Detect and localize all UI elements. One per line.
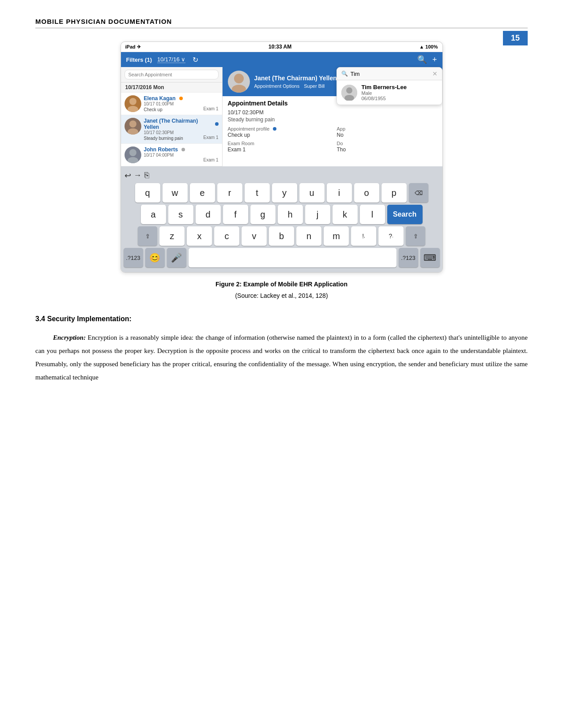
avatar [125, 146, 141, 163]
key-p[interactable]: p [382, 183, 407, 203]
date-picker[interactable]: 10/17/16 ∨ [157, 56, 185, 63]
appointment-item[interactable]: Elena Kagan 10/17 01:00PM Check up Exam … [121, 93, 222, 115]
svg-point-7 [232, 85, 246, 93]
appointment-item[interactable]: John Roberts 10/17 04:00PM Exam 1 [121, 144, 222, 166]
exam-badge: Exam 1 [204, 158, 219, 162]
redo-button[interactable]: → [134, 171, 142, 180]
shift-left-key[interactable]: ⇧ [138, 226, 157, 246]
key-v[interactable]: v [242, 226, 267, 246]
appointment-item[interactable]: Janet (The Chairman) Yellen 10/17 02:30P… [121, 115, 222, 144]
key-n[interactable]: n [296, 226, 321, 246]
key-w[interactable]: w [162, 183, 188, 203]
key-c[interactable]: c [214, 226, 239, 246]
undo-button[interactable]: ↩ [125, 171, 131, 180]
search-overlay-icon: 🔍 [341, 71, 348, 77]
copy-button[interactable]: ⎘ [144, 171, 149, 180]
add-appointment-button[interactable]: + [432, 55, 437, 64]
key-m[interactable]: m [324, 226, 349, 246]
key-i[interactable]: i [327, 183, 352, 203]
search-key[interactable]: Search [387, 205, 423, 224]
numeric-key-right[interactable]: .?123 [399, 248, 418, 267]
patient-full-name: Janet (The Chairman) Yellen [254, 75, 337, 82]
svg-point-3 [128, 128, 138, 135]
clear-search-button[interactable]: ✕ [432, 70, 438, 77]
key-a[interactable]: a [141, 205, 166, 224]
appointment-actions: Appointment Options Super Bill [254, 83, 337, 89]
key-b[interactable]: b [269, 226, 294, 246]
field2-label: App [337, 126, 437, 131]
appointment-time: 10/17 02:30PM [144, 130, 219, 135]
avatar [125, 95, 141, 112]
exam-room-label: Exam Room [228, 141, 328, 146]
key-exclaim-comma[interactable]: !, [351, 226, 376, 246]
details-row-2: Exam Room Exam 1 Do Tho [228, 141, 437, 153]
result-patient-name: Tim Berners-Lee [362, 84, 407, 90]
search-overlay: 🔍 ✕ Tim Berners-Le [336, 67, 442, 105]
field4: Do Tho [337, 141, 437, 153]
key-e[interactable]: e [190, 183, 215, 203]
search-result-item[interactable]: Tim Berners-Lee Male 06/08/1955 [337, 80, 442, 105]
patient-name: Janet (The Chairman) Yellen [144, 118, 212, 130]
figure-source: (Source: Lackey et al., 2014, 128) [35, 292, 528, 299]
exam-room-value: Exam 1 [228, 146, 328, 153]
filters-button[interactable]: Filters (1) [126, 56, 152, 63]
key-f[interactable]: f [223, 205, 248, 224]
appointment-time: 10/17 04:00PM [144, 153, 219, 158]
emoji-key[interactable]: 😊 [145, 248, 165, 267]
svg-point-4 [129, 149, 136, 156]
patient-search-input[interactable] [351, 71, 430, 77]
key-o[interactable]: o [354, 183, 379, 203]
search-icon[interactable]: 🔍 [417, 55, 427, 64]
field4-label: Do [337, 141, 437, 146]
mic-key[interactable]: 🎤 [167, 248, 186, 267]
key-h[interactable]: h [278, 205, 303, 224]
svg-point-9 [346, 87, 352, 94]
keyboard-toolbar: ↩ → ⎘ [124, 169, 440, 183]
keyboard-row-1: q w e r t y u i o p ⌫ [124, 183, 440, 203]
keyboard-dismiss-key[interactable]: ⌨ [420, 248, 440, 267]
shift-right-key[interactable]: ⇧ [406, 226, 425, 246]
details-body: Appointment Details 10/17 02:30PM Steady… [223, 96, 442, 159]
appointments-panel: 10/17/2016 Mon Elena Kagan [121, 67, 223, 166]
nav-bar: Filters (1) 10/17/16 ∨ ↻ 🔍 + [121, 52, 442, 67]
svg-point-2 [129, 120, 136, 128]
key-t[interactable]: t [245, 183, 270, 203]
key-question-period[interactable]: ?. [378, 226, 404, 246]
refresh-button[interactable]: ↻ [193, 56, 198, 64]
section-heading: 3.4 Security Implementation: [35, 315, 528, 323]
details-panel: Janet (The Chairman) Yellen Appointment … [223, 67, 442, 166]
key-k[interactable]: k [333, 205, 358, 224]
patient-name: Elena Kagan [144, 95, 176, 101]
key-y[interactable]: y [272, 183, 297, 203]
appointment-info: Janet (The Chairman) Yellen 10/17 02:30P… [144, 118, 219, 141]
field2-value: No [337, 132, 437, 138]
key-g[interactable]: g [250, 205, 276, 224]
result-avatar [341, 85, 357, 101]
key-d[interactable]: d [196, 205, 221, 224]
numeric-key-left[interactable]: .?123 [124, 248, 143, 267]
key-s[interactable]: s [168, 205, 193, 224]
key-j[interactable]: j [305, 205, 330, 224]
key-x[interactable]: x [187, 226, 212, 246]
svg-point-1 [128, 106, 138, 112]
appointment-options-button[interactable]: Appointment Options [254, 83, 300, 89]
key-z[interactable]: z [159, 226, 185, 246]
field4-value: Tho [337, 146, 437, 153]
super-bill-button[interactable]: Super Bill [304, 83, 325, 89]
status-bar: iPad ✈ 10:33 AM ▲ 100% [121, 42, 442, 52]
key-l[interactable]: l [360, 205, 385, 224]
key-backspace[interactable]: ⌫ [409, 183, 428, 203]
appointment-time: 10/17 01:00PM [144, 101, 219, 106]
result-gender: Male [362, 90, 407, 96]
spacebar[interactable] [189, 248, 397, 267]
key-r[interactable]: r [217, 183, 242, 203]
search-appointment-input[interactable] [125, 70, 219, 79]
appointment-note: Check up [144, 107, 162, 112]
key-q[interactable]: q [135, 183, 160, 203]
key-u[interactable]: u [299, 183, 325, 203]
status-dot [181, 148, 185, 151]
result-dob: 06/08/1955 [362, 96, 407, 101]
exam-badge: Exam 1 [204, 135, 219, 141]
exam-room: Exam Room Exam 1 [228, 141, 328, 153]
search-bar [121, 67, 222, 83]
